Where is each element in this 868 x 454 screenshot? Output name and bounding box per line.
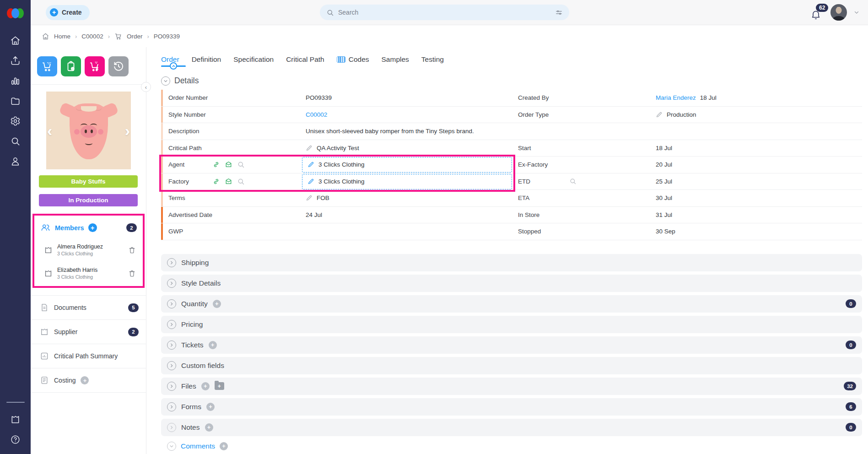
search-small-icon[interactable] [569, 178, 577, 185]
add-form-button[interactable]: + [206, 403, 215, 411]
help-icon[interactable] [5, 429, 26, 449]
section-style-details[interactable]: Style Details [161, 275, 862, 292]
app-logo[interactable] [7, 7, 24, 19]
search-input[interactable] [338, 9, 551, 16]
breadcrumb-order-number: PO09339 [154, 33, 180, 40]
search-bar[interactable] [320, 5, 569, 20]
notifications-bell-icon[interactable]: 62 [810, 5, 824, 20]
sidebar-item-supplier[interactable]: Supplier 2 [31, 320, 146, 344]
folder-icon[interactable] [5, 91, 26, 111]
breadcrumb-separator: › [147, 33, 149, 40]
factory-value-field[interactable]: 3 Clicks Clothing [302, 174, 512, 190]
section-pricing[interactable]: Pricing [161, 316, 862, 333]
field-description: Description Unisex short-sleeved baby ro… [161, 123, 513, 140]
add-costing-button[interactable]: + [81, 376, 89, 384]
active-tab-chevron-up-icon[interactable] [170, 62, 177, 70]
mail-icon[interactable] [225, 178, 232, 185]
create-button[interactable]: + Create [46, 5, 90, 20]
field-order-type: Order Type Production [513, 107, 862, 124]
home-icon[interactable] [5, 30, 26, 50]
mail-icon[interactable] [225, 161, 232, 168]
summary-chart-icon [40, 351, 49, 361]
add-comment-button[interactable]: + [220, 442, 228, 450]
breadcrumb-style[interactable]: C00002 [81, 33, 103, 40]
delete-member-icon[interactable] [128, 246, 136, 254]
edit-pencil-icon[interactable] [306, 195, 313, 201]
section-notes[interactable]: Notes + 0 [161, 419, 862, 436]
details-title: Details [174, 76, 199, 86]
carousel-prev-icon[interactable]: ‹ [47, 123, 52, 138]
sidebar-item-documents[interactable]: Documents 5 [31, 296, 146, 320]
breadcrumb-home-icon[interactable] [42, 32, 49, 40]
add-member-button[interactable]: + [88, 223, 97, 232]
field-in-store: In Store 31 Jul [513, 207, 862, 224]
chart-icon[interactable] [5, 70, 26, 91]
section-comments[interactable]: Comments + [161, 439, 862, 451]
tab-samples[interactable]: Samples [382, 55, 409, 64]
members-title[interactable]: Members [55, 224, 84, 232]
filter-icon[interactable] [555, 9, 563, 16]
add-file-button[interactable]: + [201, 382, 210, 390]
field-agent: Agent 3 Clicks Clothing [161, 157, 513, 173]
search-small-icon[interactable] [237, 161, 245, 168]
member-name[interactable]: Elizabeth Harris [57, 267, 97, 273]
tab-order[interactable]: Order [161, 55, 179, 64]
section-files[interactable]: Files + 32 [161, 378, 862, 395]
tab-testing[interactable]: Testing [421, 55, 444, 64]
search-icon[interactable] [5, 131, 26, 151]
supplier-factory-icon[interactable] [5, 409, 26, 429]
details-section-header[interactable]: Details [161, 76, 862, 86]
add-note-button[interactable]: + [205, 423, 213, 432]
settings-gear-icon[interactable] [5, 111, 26, 131]
clipboard-add-button[interactable] [61, 56, 81, 76]
member-name[interactable]: Almera Rodriguez [57, 243, 103, 250]
section-tickets[interactable]: Tickets + 0 [161, 336, 862, 354]
plus-icon: + [50, 8, 58, 16]
field-style-number: Style Number C00002 [161, 107, 513, 124]
page: Home › C00002 › Order › PO09339 ‹ [31, 25, 868, 454]
search-small-icon[interactable] [237, 178, 245, 185]
history-button[interactable] [108, 56, 129, 76]
collapsed-sections: Shipping Style Details Quantity + 0 Pric… [161, 254, 862, 451]
barcode-icon [337, 56, 345, 63]
link-icon[interactable] [212, 178, 220, 185]
add-ticket-button[interactable]: + [209, 341, 217, 349]
tab-specification[interactable]: Specification [233, 55, 274, 64]
link-icon[interactable] [212, 161, 220, 168]
cart-add-button[interactable] [37, 56, 57, 76]
carousel-next-icon[interactable]: › [125, 123, 130, 138]
section-forms[interactable]: Forms + 6 [161, 398, 862, 416]
tab-codes[interactable]: Codes [337, 55, 369, 64]
style-number-link[interactable]: C00002 [306, 111, 327, 118]
members-people-icon [40, 222, 51, 233]
section-shipping[interactable]: Shipping [161, 254, 862, 271]
user-avatar[interactable] [830, 4, 847, 21]
documents-count-badge: 5 [128, 303, 139, 312]
supplier-factory-icon [40, 327, 49, 336]
sidebar-item-critical-path-summary[interactable]: Critical Path Summary [31, 344, 146, 368]
avatar-face [836, 7, 842, 14]
upload-icon[interactable] [5, 50, 26, 70]
breadcrumb-home[interactable]: Home [54, 33, 70, 40]
user-icon[interactable] [5, 151, 26, 171]
add-folder-icon[interactable] [215, 382, 224, 390]
section-custom-fields[interactable]: Custom fields [161, 357, 862, 374]
field-terms: Terms FOB [161, 190, 513, 207]
tab-definition[interactable]: Definition [192, 55, 221, 64]
sidebar-item-costing[interactable]: Costing + [31, 368, 146, 393]
add-quantity-button[interactable]: + [213, 300, 221, 308]
created-by-link[interactable]: Maria Enderez [656, 94, 696, 101]
breadcrumb-order[interactable]: Order [127, 33, 143, 40]
cart-remove-button[interactable] [85, 56, 105, 76]
edit-pencil-icon [307, 178, 314, 185]
tab-critical-path[interactable]: Critical Path [286, 55, 324, 64]
tabs: Order Definition Specification Critical … [161, 53, 862, 66]
section-quantity[interactable]: Quantity + 0 [161, 295, 862, 313]
panel-collapse-icon[interactable]: ‹ [141, 82, 151, 92]
delete-member-icon[interactable] [128, 269, 136, 278]
agent-value-field[interactable]: 3 Clicks Clothing [302, 157, 512, 173]
notification-count-badge: 62 [816, 4, 828, 12]
account-chevron-down-icon[interactable] [853, 9, 860, 16]
edit-pencil-icon[interactable] [656, 111, 663, 118]
edit-pencil-icon[interactable] [306, 145, 313, 151]
